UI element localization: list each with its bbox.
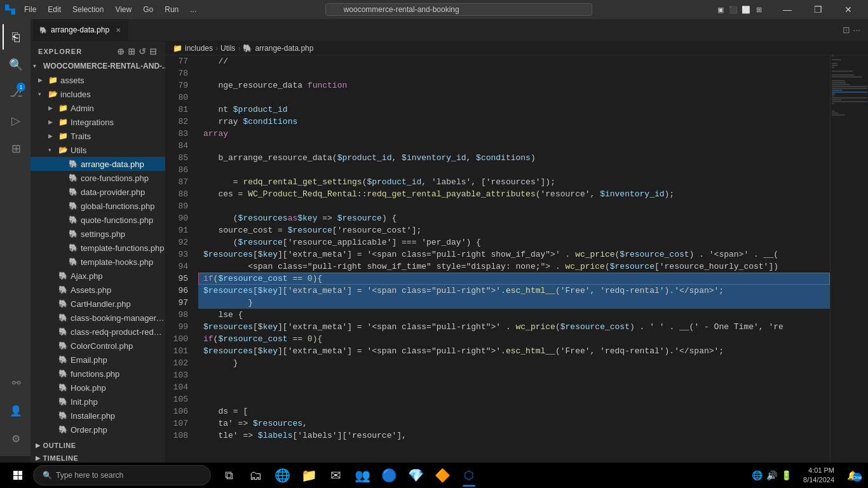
tree-class-redq[interactable]: 🐘 class-redq-product-redq-r...: [31, 325, 165, 339]
new-folder-icon[interactable]: ⊞: [128, 46, 136, 57]
menu-selection[interactable]: Selection: [67, 4, 109, 15]
taskbar-rewards[interactable]: 💎: [403, 463, 428, 488]
breadcrumb-includes[interactable]: includes: [185, 44, 213, 53]
php-file-icon: 🐘: [58, 341, 68, 350]
tree-utils[interactable]: ▾ 📂 Utils: [31, 143, 165, 157]
minimize-button[interactable]: —: [773, 0, 802, 19]
start-button[interactable]: [5, 463, 31, 488]
customize-layout-icon[interactable]: ⊞: [754, 4, 764, 15]
activity-extensions[interactable]: ⊞: [3, 136, 28, 161]
collapse-all-icon[interactable]: ⊟: [149, 46, 158, 57]
volume-icon[interactable]: 🔊: [765, 469, 778, 482]
php-file-icon: 🐘: [58, 355, 68, 364]
tree-class-booking-manager[interactable]: 🐘 class-booking-manager.php: [31, 311, 165, 325]
menu-edit[interactable]: Edit: [43, 4, 66, 15]
tree-core-functions[interactable]: 🐘 core-functions.php: [31, 171, 165, 185]
colorcontrol-label: ColorControl.php: [71, 341, 133, 351]
tree-arrange-data[interactable]: ▶ 🐘 arrange-data.php: [31, 157, 165, 171]
activity-remote[interactable]: ⚯: [3, 370, 28, 395]
tree-quote-functions[interactable]: 🐘 quote-functions.php: [31, 213, 165, 227]
php-file-icon: 🐘: [58, 369, 68, 378]
assets-php-label: Assets.php: [71, 285, 111, 295]
split-editor-icon[interactable]: ⬜: [741, 4, 751, 15]
tree-template-functions[interactable]: 🐘 template-functions.php: [31, 241, 165, 255]
battery-icon[interactable]: 🔋: [780, 469, 793, 482]
activity-bar: ⎗ 🔍 ⎇ 1 ▷ ⊞ ⚯ 👤: [0, 41, 31, 456]
tree-global-functions[interactable]: 🐘 global-functions.php: [31, 199, 165, 213]
editor-area: 📁 includes › Utils › 🐘 arrange-data.php …: [165, 41, 868, 488]
php-file-icon: 🐘: [69, 243, 78, 252]
tab-close-button[interactable]: ✕: [116, 27, 121, 34]
php-file-icon: 🐘: [58, 313, 68, 322]
outline-section[interactable]: ▶ OUTLINE: [31, 439, 165, 452]
split-editor-button[interactable]: ⊡: [843, 25, 850, 35]
notification-button[interactable]: 🔔 One: [842, 470, 863, 480]
tree-template-hooks[interactable]: 🐘 template-hooks.php: [31, 255, 165, 269]
close-button[interactable]: ✕: [834, 0, 863, 19]
activity-explorer[interactable]: ⎗: [3, 41, 28, 50]
taskbar-vscode[interactable]: ⬡: [456, 463, 482, 488]
tree-data-provider[interactable]: 🐘 data-provider.php: [31, 185, 165, 199]
tree-installer[interactable]: 🐘 Installer.php: [31, 409, 165, 423]
menu-view[interactable]: View: [110, 4, 137, 15]
global-functions-label: global-functions.php: [81, 201, 154, 211]
tree-assets-php[interactable]: 🐘 Assets.php: [31, 283, 165, 297]
toggle-panel-icon[interactable]: ⬛: [728, 4, 738, 15]
tree-hook[interactable]: 🐘 Hook.php: [31, 381, 165, 395]
activity-search[interactable]: 🔍: [3, 52, 28, 78]
menu-more[interactable]: ...: [185, 4, 201, 15]
tree-traits[interactable]: ▶ 📁 Traits: [31, 129, 165, 143]
code-content[interactable]: // nge_resource_data function nt $produc…: [198, 55, 830, 474]
tree-carthandler[interactable]: 🐘 CartHandler.php: [31, 297, 165, 311]
more-actions-button[interactable]: ···: [853, 25, 860, 35]
menu-file[interactable]: File: [19, 4, 41, 15]
menu-run[interactable]: Run: [159, 4, 184, 15]
taskbar-search[interactable]: 🔍 Type here to search: [33, 465, 211, 485]
activity-settings[interactable]: ⚙: [3, 426, 28, 451]
network-icon[interactable]: 🌐: [750, 469, 764, 482]
taskbar-fileexplorer[interactable]: 🗂: [243, 463, 268, 488]
activity-source-control[interactable]: ⎇ 1: [3, 80, 28, 105]
clock-date: 8/14/2024: [803, 475, 834, 485]
windows-logo: [13, 471, 22, 480]
arrange-data-label: arrange-data.php: [81, 159, 144, 169]
tab-bar: 🐘 arrange-data.php ✕ ⊡ ···: [31, 19, 868, 41]
clock[interactable]: 4:01 PM 8/14/2024: [798, 466, 839, 485]
hook-label: Hook.php: [71, 383, 106, 393]
tree-functions[interactable]: 🐘 functions.php: [31, 367, 165, 381]
activity-run-debug[interactable]: ▷: [3, 108, 28, 133]
taskbar-fileexplorer2[interactable]: 📁: [296, 463, 322, 488]
taskbar-teams[interactable]: 👥: [349, 463, 375, 488]
title-search-input[interactable]: [325, 3, 592, 16]
tree-admin[interactable]: ▶ 📁 Admin: [31, 101, 165, 115]
taskbar-git[interactable]: 🔶: [430, 463, 455, 488]
taskbar-chrome[interactable]: 🔵: [376, 463, 402, 488]
taskbar-taskview[interactable]: ⧉: [216, 463, 241, 488]
tree-assets[interactable]: ▶ 📁 assets: [31, 73, 165, 87]
tree-ajax[interactable]: 🐘 Ajax.php: [31, 269, 165, 283]
run-debug-icon: ▷: [11, 114, 20, 128]
tree-order[interactable]: 🐘 Order.php: [31, 423, 165, 437]
tree-includes[interactable]: ▾ 📂 includes: [31, 87, 165, 101]
tree-colorcontrol[interactable]: 🐘 ColorControl.php: [31, 339, 165, 353]
tree-settings[interactable]: 🐘 settings.php: [31, 227, 165, 241]
toggle-sidebar-icon[interactable]: ▣: [715, 4, 726, 15]
menu-go[interactable]: Go: [138, 4, 158, 15]
tab-arrange-data[interactable]: 🐘 arrange-data.php ✕: [33, 19, 128, 41]
breadcrumb-utils[interactable]: Utils: [220, 44, 235, 53]
activity-account[interactable]: 👤: [3, 398, 28, 423]
tree-email[interactable]: 🐘 Email.php: [31, 353, 165, 367]
taskbar: 🔍 Type here to search ⧉ 🗂 🌐 📁 ✉ 👥 🔵 💎 🔶: [0, 463, 868, 488]
includes-arrow: ▾: [38, 91, 48, 97]
breadcrumb: 📁 includes › Utils › 🐘 arrange-data.php: [165, 41, 868, 55]
folder-icon: 📁: [58, 118, 68, 126]
taskbar-mail[interactable]: ✉: [323, 463, 348, 488]
new-file-icon[interactable]: ⊕: [117, 46, 125, 57]
taskview-icon: ⧉: [225, 469, 233, 482]
refresh-icon[interactable]: ↺: [139, 46, 147, 57]
tree-root[interactable]: ▾ WOOCOMMERCE-RENTAL-AND-...: [31, 59, 165, 73]
tree-integrations[interactable]: ▶ 📁 Integrations: [31, 115, 165, 129]
taskbar-edge[interactable]: 🌐: [269, 463, 295, 488]
maximize-button[interactable]: ❐: [803, 0, 832, 19]
tree-init[interactable]: 🐘 Init.php: [31, 395, 165, 409]
